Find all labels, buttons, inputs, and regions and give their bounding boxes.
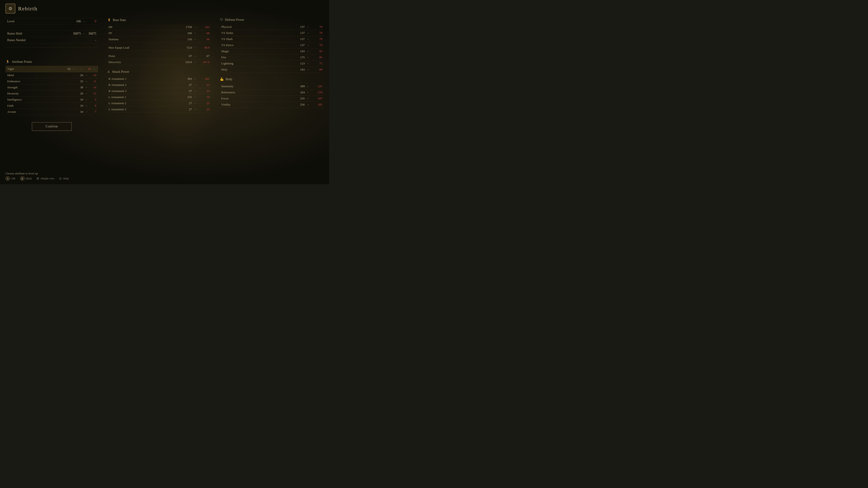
intelligence-label: Intelligence xyxy=(7,98,74,101)
intelligence-row[interactable]: Intelligence 10 → 9 xyxy=(5,97,98,103)
defense-body-column: 🛡 Defense Power Physical 137 → 79 VS Str… xyxy=(220,18,324,166)
base-spacer-2 xyxy=(107,51,211,53)
vigor-row[interactable]: Vigor 52 → 〈 15 〉 xyxy=(5,66,98,72)
vigor-label: Vigor xyxy=(7,67,61,71)
arcane-label: Arcane xyxy=(7,110,74,113)
intelligence-value: 10 xyxy=(74,98,83,101)
b-button: B xyxy=(20,176,25,181)
dexterity-new: 13 xyxy=(90,92,96,95)
r-arm-3-label: R Armament 3 xyxy=(108,89,181,93)
l-arm-3-new: 23 xyxy=(198,107,210,111)
arcane-row[interactable]: Arcane 10 → 7 xyxy=(5,109,98,115)
defense-power-header: 🛡 Defense Power xyxy=(220,18,324,22)
dexterity-row[interactable]: Dexterity 20 → 13 xyxy=(5,91,98,97)
intelligence-new: 9 xyxy=(90,98,96,101)
vigor-decrease-btn[interactable]: 〈 xyxy=(79,67,83,71)
l-arm-2-row: L Armament 2 27 → 23 xyxy=(107,100,211,106)
attack-power-header: ⚔ Attack Power xyxy=(107,70,211,74)
fire-new: 85 xyxy=(311,56,322,59)
mind-arrow: → xyxy=(85,74,88,77)
header: ⚙ Rebirth xyxy=(5,4,324,13)
level-new: 9 xyxy=(87,20,96,23)
help-label: :Help xyxy=(63,177,69,180)
physical-value: 137 xyxy=(293,25,305,29)
level-row: Level 106 → 9 xyxy=(5,18,98,25)
body-label: Body xyxy=(225,77,232,81)
faith-row[interactable]: Faith 10 → 9 xyxy=(5,103,98,109)
arcane-value: 10 xyxy=(74,110,83,113)
vs-pierce-value: 137 xyxy=(293,43,305,47)
defense-label: Defense Power xyxy=(225,18,244,22)
focus-row: Focus 235 → 187 xyxy=(220,96,324,102)
faith-new: 9 xyxy=(90,104,96,107)
strength-row[interactable]: Strength 38 → 14 xyxy=(5,85,98,91)
confirm-button[interactable]: Confirm xyxy=(32,122,72,131)
physical-label: Physical xyxy=(221,25,293,29)
simple-view-control: ⚙ :Simple view xyxy=(36,177,55,181)
runes-held-value: 36875 xyxy=(67,32,81,35)
runes-needed-label: Runes Needed xyxy=(7,38,83,42)
dexterity-value: 20 xyxy=(74,92,83,95)
r-arm-2-value: 27 xyxy=(181,83,192,87)
intelligence-arrow: → xyxy=(85,98,88,101)
l-arm-2-new: 23 xyxy=(198,101,210,105)
l-arm-3-value: 27 xyxy=(181,107,192,111)
poise-arrow: → xyxy=(194,55,196,58)
l-arm-1-value: 155 xyxy=(181,95,192,99)
r-arm-1-row: R Armament 1 393 → 301 xyxy=(107,76,211,82)
r-arm-2-row: R Armament 2 27 → 23 xyxy=(107,82,211,88)
lightning-label: Lightning xyxy=(221,62,293,65)
vs-slash-row: VS Slash 137 → 79 xyxy=(220,36,324,42)
magic-row: Magic 143 → 93 xyxy=(220,48,324,55)
magic-label: Magic xyxy=(221,50,293,53)
ok-control: A :OK xyxy=(5,176,16,181)
endurance-label: Endurance xyxy=(7,79,74,83)
back-label: :Back xyxy=(26,177,32,180)
stamina-value: 116 xyxy=(181,37,192,41)
help-bar: Choose attribute to level up A :OK B :Ba… xyxy=(5,172,324,181)
base-stats-header: 🧍 Base Stats xyxy=(107,18,211,22)
ui-container: ⚙ Rebirth Level 106 → 9 Runes Held 36875 xyxy=(0,0,329,184)
body-panel: 💪 Body Immunity 309 → 225 Robustness 324… xyxy=(220,77,324,108)
vs-strike-label: VS Strike xyxy=(221,31,293,35)
base-spacer-1 xyxy=(107,42,211,45)
magic-value: 143 xyxy=(293,50,305,53)
vs-slash-label: VS Slash xyxy=(221,37,293,41)
runes-needed-value: - xyxy=(83,38,96,42)
vs-strike-row: VS Strike 137 → 79 xyxy=(220,30,324,36)
vs-strike-value: 137 xyxy=(293,31,305,35)
mind-row[interactable]: Mind 20 → 10 xyxy=(5,72,98,78)
vigor-increase-btn[interactable]: 〉 xyxy=(92,67,96,71)
strength-value: 38 xyxy=(74,86,83,89)
r-arm-2-label: R Armament 2 xyxy=(108,83,181,87)
mind-label: Mind xyxy=(7,73,74,77)
vitality-label: Vitality xyxy=(221,103,293,106)
lightning-row: Lightning 123 → 75 xyxy=(220,61,324,67)
strength-new: 14 xyxy=(90,86,96,89)
a-button: A xyxy=(5,176,10,181)
endurance-row[interactable]: Endurance 25 → 11 xyxy=(5,78,98,85)
poise-value: 67 xyxy=(181,54,192,58)
endurance-arrow: → xyxy=(85,80,88,83)
lightning-value: 123 xyxy=(293,62,305,65)
vigor-value: 52 xyxy=(61,67,70,71)
attack-power-label: Attack Power xyxy=(112,70,129,74)
body-header: 💪 Body xyxy=(220,77,324,81)
immunity-value: 309 xyxy=(293,85,305,88)
attribute-icon: 🏃 xyxy=(5,60,10,64)
max-equip-value: 72.0 xyxy=(181,46,192,50)
holy-new: 89 xyxy=(311,68,322,71)
lightning-new: 75 xyxy=(311,62,322,65)
vs-pierce-new: 79 xyxy=(311,43,322,47)
vs-slash-new: 79 xyxy=(311,37,322,41)
level-label: Level xyxy=(7,20,67,23)
faith-label: Faith xyxy=(7,104,74,107)
l-arm-3-label: L Armament 3 xyxy=(108,107,181,111)
vigor-arrow: → xyxy=(72,67,75,71)
fp-value: 100 xyxy=(181,31,192,35)
runes-held-arrow: → xyxy=(83,32,86,35)
r-arm-1-new: 301 xyxy=(198,77,210,80)
endurance-value: 25 xyxy=(74,79,83,83)
faith-arrow: → xyxy=(85,104,88,107)
r-arm-3-new: 23 xyxy=(198,89,210,93)
